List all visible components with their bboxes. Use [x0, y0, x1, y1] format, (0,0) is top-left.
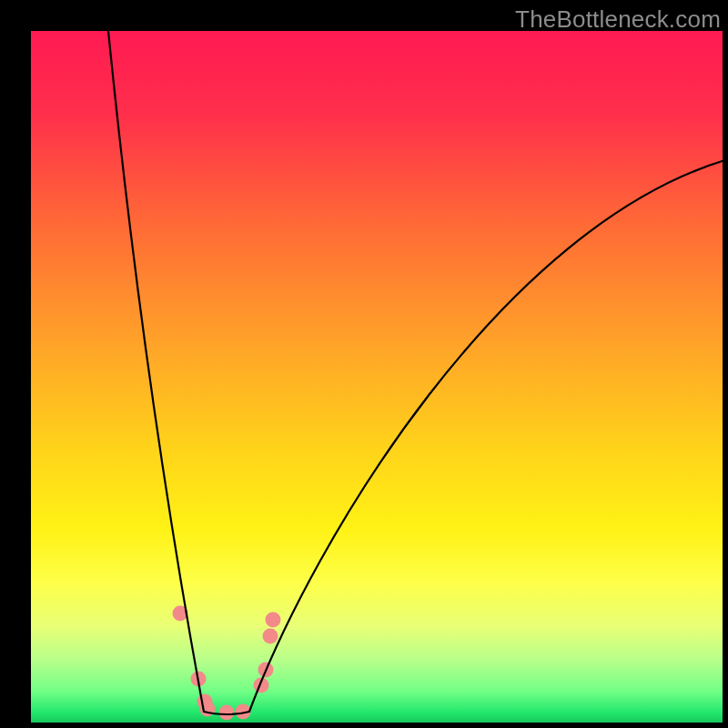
- watermark-text: TheBottleneck.com: [515, 5, 721, 34]
- curve-marker: [263, 629, 278, 644]
- curve-marker: [219, 705, 235, 721]
- chart-frame: TheBottleneck.com: [0, 0, 728, 728]
- chart-svg: [31, 31, 723, 723]
- bottleneck-curve: [106, 31, 723, 714]
- curve-marker: [266, 612, 281, 628]
- green-band: [31, 692, 723, 723]
- plot-area: [31, 31, 723, 723]
